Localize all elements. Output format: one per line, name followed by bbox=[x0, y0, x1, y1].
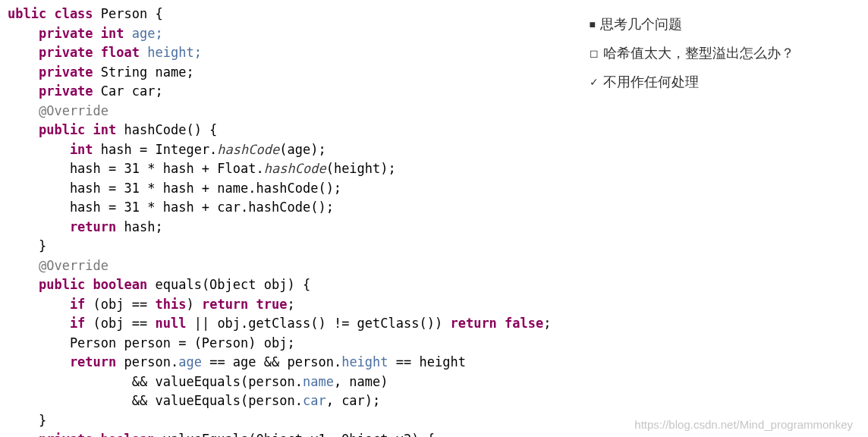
code-token: == height bbox=[396, 354, 466, 369]
code-token: private boolean bbox=[8, 432, 163, 437]
code-token: valueEquals(Object v1, Object v2) { bbox=[163, 432, 435, 437]
square-bullet-icon: ■ bbox=[590, 14, 596, 36]
hollow-square-icon: ◻ bbox=[590, 42, 599, 64]
code-token: } bbox=[8, 238, 46, 253]
note-item: ✓ 不用作任何处理 bbox=[590, 68, 860, 97]
code-token: @Override bbox=[8, 103, 108, 118]
code-token: return bbox=[8, 354, 124, 369]
code-token: age; bbox=[132, 26, 163, 41]
code-token: ) bbox=[186, 297, 201, 312]
code-token: height; bbox=[147, 45, 202, 60]
code-token: @Override bbox=[8, 258, 108, 273]
code-token: hash = 31 * hash + name.hashCode(); bbox=[8, 181, 341, 196]
code-token: hashCode() { bbox=[124, 122, 218, 137]
code-token: private bbox=[8, 64, 101, 80]
code-token: , name) bbox=[334, 374, 388, 389]
code-token: String name; bbox=[101, 64, 194, 80]
note-item: ◻ 哈希值太大，整型溢出怎么办？ bbox=[590, 39, 860, 68]
code-token: Car car; bbox=[101, 83, 163, 99]
code-token: (age); bbox=[279, 142, 326, 157]
code-token: || obj.getClass() != getClass()) bbox=[194, 316, 451, 331]
code-token: && valueEquals(person. bbox=[8, 393, 303, 408]
note-text: 哈希值太大，整型溢出怎么办？ bbox=[603, 39, 794, 68]
code-token: ; bbox=[288, 297, 295, 312]
code-token: private int bbox=[8, 26, 132, 41]
code-block: ublic class Person { private int age; pr… bbox=[8, 5, 552, 437]
code-token: return false bbox=[450, 316, 543, 331]
code-token: hash = 31 * hash + Float. bbox=[8, 161, 264, 176]
code-token: public boolean bbox=[8, 277, 155, 292]
code-token: this bbox=[155, 297, 186, 312]
code-token: age bbox=[178, 354, 209, 369]
code-token: (obj == bbox=[93, 297, 156, 312]
code-token: } bbox=[8, 413, 46, 428]
notes-block: ■ 思考几个问题 ◻ 哈希值太大，整型溢出怎么办？ ✓ 不用作任何处理 bbox=[552, 5, 860, 437]
code-token: (height); bbox=[326, 161, 396, 176]
code-token: car bbox=[303, 393, 326, 408]
code-token: ublic class bbox=[8, 6, 101, 21]
code-token: == age && person. bbox=[209, 354, 341, 369]
code-token: hash = 31 * hash + car.hashCode(); bbox=[8, 200, 334, 215]
code-token: hashCode bbox=[217, 142, 279, 157]
code-token: hash = Integer. bbox=[101, 142, 218, 157]
code-token: private bbox=[8, 83, 101, 99]
code-token: int bbox=[8, 142, 101, 157]
code-token: && valueEquals(person. bbox=[8, 374, 303, 389]
code-token: , car); bbox=[326, 393, 381, 408]
code-token: hashCode bbox=[264, 161, 326, 176]
code-token: (obj == bbox=[93, 316, 156, 331]
note-text: 不用作任何处理 bbox=[603, 68, 699, 97]
code-token: if bbox=[8, 316, 93, 331]
check-icon: ✓ bbox=[590, 71, 599, 93]
code-token: return true bbox=[202, 297, 288, 312]
code-token: Person person = (Person) obj; bbox=[8, 335, 295, 351]
code-token: name bbox=[303, 374, 334, 389]
code-token: person. bbox=[124, 354, 179, 369]
code-token: Person { bbox=[101, 6, 163, 21]
watermark-url: https://blog.csdn.net/Mind_programmonkey bbox=[634, 418, 853, 431]
note-item: ■ 思考几个问题 bbox=[590, 11, 860, 39]
code-token: hash; bbox=[124, 219, 163, 234]
code-token: null bbox=[155, 316, 193, 331]
code-token: return bbox=[8, 219, 124, 234]
code-token: private float bbox=[8, 45, 147, 60]
code-token: height bbox=[341, 354, 396, 369]
code-token: if bbox=[8, 297, 93, 312]
note-text: 思考几个问题 bbox=[600, 11, 682, 39]
code-token: ; bbox=[543, 316, 551, 331]
code-token: public int bbox=[8, 122, 124, 137]
code-token: equals(Object obj) { bbox=[155, 277, 310, 292]
